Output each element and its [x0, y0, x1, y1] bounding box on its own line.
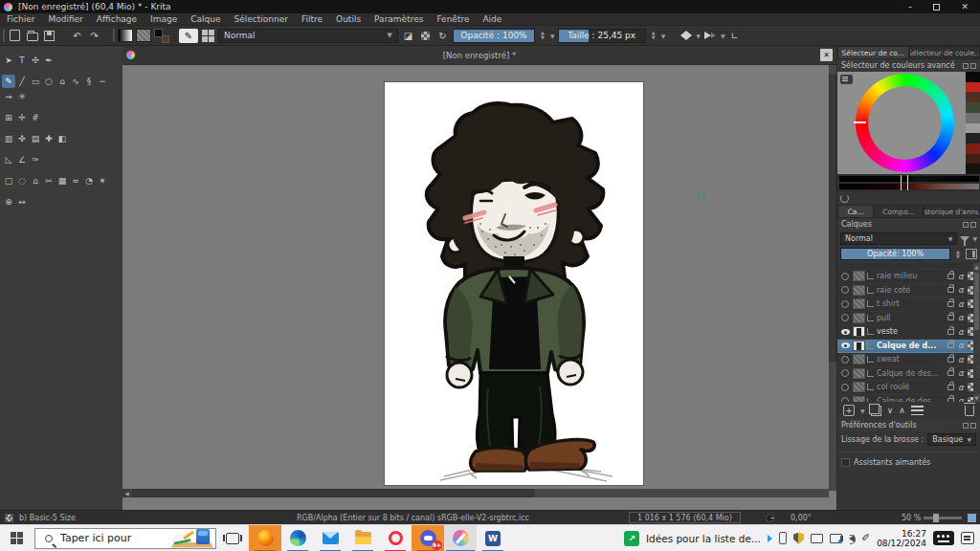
gradient-tool[interactable]: ▥ — [2, 132, 15, 145]
lock-icon[interactable] — [947, 329, 954, 335]
ellipse-tool[interactable]: ○ — [42, 75, 56, 88]
layer-blend-mode-dropdown[interactable]: Normal ▼ — [840, 232, 957, 245]
lock-icon[interactable] — [947, 274, 954, 279]
alpha-icon[interactable]: α — [958, 368, 964, 378]
selector-settings-icon[interactable] — [840, 75, 853, 84]
layer-row[interactable]: Calque de des... α — [837, 395, 980, 403]
menu-fichier[interactable]: Fichier — [0, 14, 41, 24]
taskbar-messaging-app[interactable]: 9+ — [412, 525, 444, 551]
vertical-scrollbar-thumb[interactable] — [829, 75, 836, 362]
history-swatch[interactable] — [966, 82, 980, 93]
action-center-icon[interactable] — [961, 532, 974, 544]
foreground-background-colors[interactable] — [154, 29, 169, 43]
move-layer-down-button[interactable]: ∨ — [887, 406, 894, 415]
patch-tool[interactable]: ▤ — [29, 132, 42, 145]
crop-guides-button[interactable]: ∟ — [728, 29, 743, 43]
history-swatch[interactable] — [966, 164, 980, 174]
layer-row-partial[interactable] — [837, 263, 980, 270]
mirror-vertical-button[interactable] — [703, 29, 718, 43]
polygonal-select-tool[interactable]: ⌂ — [29, 174, 42, 187]
alpha-icon[interactable]: α — [958, 341, 964, 350]
add-layer-button[interactable]: + — [843, 405, 855, 416]
alpha-icon[interactable]: α — [958, 299, 964, 309]
horizontal-scrollbar-thumb[interactable] — [132, 489, 534, 497]
lock-icon[interactable] — [947, 357, 954, 363]
bezier-curve-tool[interactable]: § — [82, 75, 96, 88]
visibility-toggle-icon[interactable] — [839, 369, 851, 377]
menu-selectionner[interactable]: Sélectionner — [228, 14, 295, 24]
display-icon[interactable] — [811, 534, 823, 543]
crop-tool[interactable]: # — [29, 111, 42, 124]
taskbar-firefox[interactable] — [249, 525, 281, 551]
taskbar-edge[interactable] — [281, 525, 314, 551]
zoom-tool[interactable]: ⊕ — [2, 195, 15, 209]
float-docker-icon[interactable] — [963, 423, 969, 429]
fit-canvas-icon[interactable] — [968, 514, 976, 522]
taskbar-clock[interactable]: 16:27 08/12/2024 — [877, 529, 926, 548]
undo-button[interactable]: ↶ — [70, 29, 84, 43]
eraser-mode-button[interactable]: ◪ — [401, 29, 415, 43]
layer-row[interactable]: t shirt α — [837, 298, 980, 312]
taskbar-search[interactable] — [34, 528, 216, 549]
chevron-down-icon[interactable]: ▼ — [550, 33, 555, 39]
taskbar-file-explorer[interactable] — [346, 525, 379, 551]
new-document-button[interactable] — [8, 29, 22, 43]
visibility-toggle-icon[interactable] — [839, 273, 851, 280]
layer-list-scrollbar[interactable]: ▲ ▼ — [973, 263, 980, 402]
close-button[interactable]: ✕ — [961, 0, 969, 13]
taskbar-opera[interactable] — [379, 525, 412, 551]
layer-row[interactable]: raie milieu α — [837, 270, 980, 284]
polyline-tool[interactable]: ∿ — [69, 75, 82, 88]
history-swatch[interactable] — [966, 92, 980, 102]
lock-icon[interactable] — [947, 315, 954, 320]
tab-color-selector[interactable]: Sélecteur de co... — [837, 46, 909, 59]
freehand-brush-tool[interactable]: ✎ — [2, 75, 15, 88]
edit-shapes-tool[interactable]: ✣ — [29, 54, 42, 67]
preserve-alpha-button[interactable] — [418, 29, 433, 43]
delete-layer-button[interactable] — [965, 406, 974, 416]
your-phone-icon[interactable] — [779, 532, 787, 544]
zoom-slider[interactable] — [924, 517, 962, 519]
transform-tool[interactable]: ⊞ — [2, 111, 15, 124]
move-tool[interactable]: ✛ — [15, 111, 29, 124]
scroll-up-arrow[interactable]: ▲ — [973, 263, 980, 271]
hidden-icons-chevron[interactable] — [768, 535, 772, 542]
alpha-icon[interactable]: α — [958, 285, 964, 295]
refresh-colors-icon[interactable] — [840, 194, 849, 203]
scroll-down-arrow[interactable]: ▼ — [973, 394, 980, 402]
start-button[interactable] — [0, 525, 33, 551]
menu-outils[interactable]: Outils — [329, 14, 368, 24]
layer-row[interactable]: pull α — [837, 312, 980, 326]
menu-parametres[interactable]: Paramètres — [368, 14, 430, 24]
opacity-spinner[interactable]: ▲▼ — [538, 29, 547, 43]
bezier-select-tool[interactable]: ◔ — [82, 174, 96, 187]
hue-ring[interactable] — [856, 74, 954, 172]
layer-scrollbar-thumb[interactable] — [974, 273, 979, 330]
elliptical-select-tool[interactable]: ◌ — [15, 174, 29, 187]
layer-row[interactable]: col roulé α — [837, 381, 980, 395]
pan-tool[interactable]: ↔ — [15, 195, 29, 209]
rectangular-select-tool[interactable]: □ — [2, 174, 15, 187]
calligraphy-tool[interactable]: ✒ — [42, 54, 56, 67]
history-swatch[interactable] — [966, 154, 980, 165]
menu-calque[interactable]: Calque — [184, 14, 227, 24]
similar-color-select-tool[interactable]: ▦ — [56, 174, 69, 187]
layer-row[interactable]: veste α — [837, 325, 980, 340]
save-button[interactable] — [42, 29, 56, 43]
taskbar-krita[interactable] — [444, 525, 477, 551]
history-swatch[interactable] — [966, 102, 980, 113]
redo-button[interactable]: ↷ — [87, 29, 101, 43]
lock-icon[interactable] — [947, 370, 954, 376]
task-view-button[interactable] — [216, 525, 249, 551]
alpha-icon[interactable]: α — [958, 272, 964, 281]
chevron-down-icon[interactable]: ▼ — [972, 235, 977, 242]
layer-row-selected[interactable]: Calque de d... α — [837, 340, 980, 354]
chevron-down-icon[interactable]: ▼ — [696, 33, 701, 39]
move-layer-up-button[interactable]: ∧ — [899, 406, 905, 415]
security-shield-icon[interactable] — [793, 533, 804, 544]
layer-properties-button[interactable] — [911, 406, 924, 415]
menu-fenetre[interactable]: Fenêtre — [430, 14, 476, 24]
float-docker-icon[interactable] — [963, 63, 969, 69]
menu-image[interactable]: Image — [144, 14, 184, 24]
visibility-toggle-icon[interactable] — [839, 342, 851, 348]
